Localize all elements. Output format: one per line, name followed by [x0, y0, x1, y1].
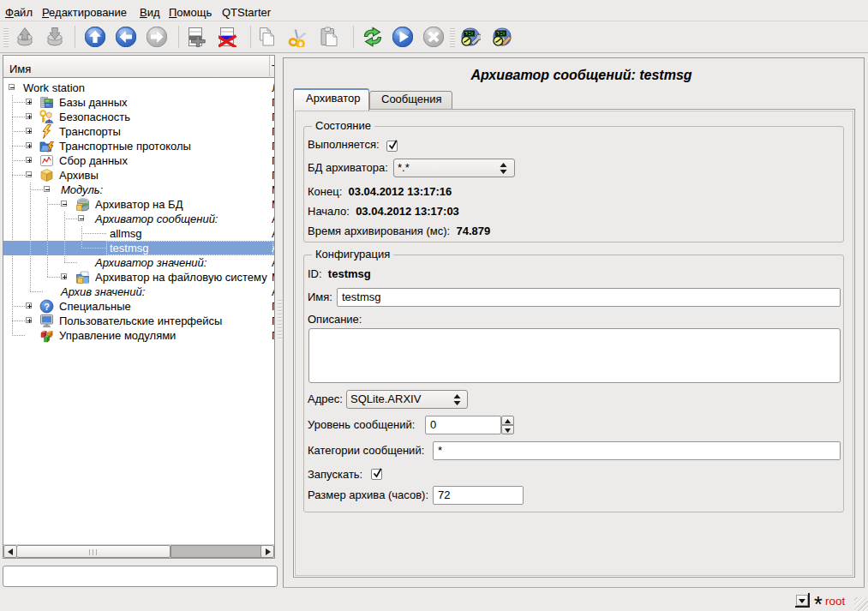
svg-text:?: ? — [44, 302, 50, 312]
